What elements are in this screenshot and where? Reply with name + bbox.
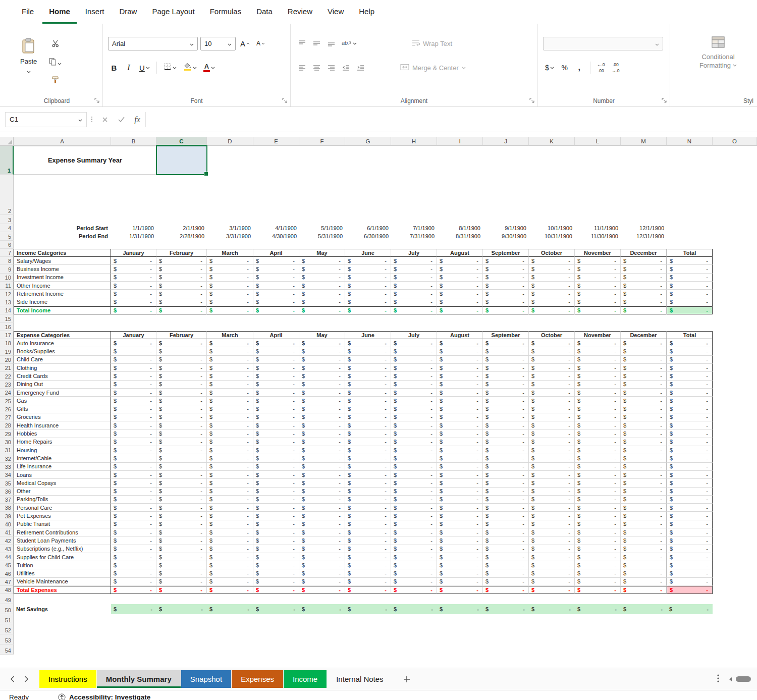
cell-L31[interactable]: $- xyxy=(575,446,621,454)
cell-H37[interactable]: $- xyxy=(391,496,437,504)
cell-A18[interactable]: Auto Insurance xyxy=(14,339,111,347)
cell-I27[interactable]: $- xyxy=(437,413,483,421)
cell-L26[interactable]: $- xyxy=(575,405,621,413)
cell-C49[interactable] xyxy=(156,594,207,604)
cell-O48[interactable] xyxy=(713,586,757,594)
cell-F9[interactable]: $- xyxy=(299,265,345,273)
cell-E4[interactable]: 4/1/1900 xyxy=(253,224,299,232)
cell-B6[interactable] xyxy=(111,241,156,249)
row-header-36[interactable]: 36 xyxy=(0,488,14,496)
cell-F3[interactable] xyxy=(299,215,345,224)
cell-E2[interactable] xyxy=(253,175,299,215)
column-header-C[interactable]: C xyxy=(156,137,207,146)
cell-D11[interactable]: $- xyxy=(207,282,253,290)
cell-A44[interactable]: Supplies for Child Care xyxy=(14,553,111,561)
cell-A5[interactable]: Period End xyxy=(14,232,111,240)
cell-M28[interactable]: $- xyxy=(621,421,667,429)
row-header-23[interactable]: 23 xyxy=(0,381,14,389)
cell-I20[interactable]: $- xyxy=(437,356,483,364)
cell-H9[interactable]: $- xyxy=(391,265,437,273)
cell-I40[interactable]: $- xyxy=(437,520,483,528)
cell-L1[interactable] xyxy=(575,146,621,175)
cell-M29[interactable]: $- xyxy=(621,429,667,438)
cell-H34[interactable]: $- xyxy=(391,471,437,479)
cell-H39[interactable]: $- xyxy=(391,512,437,520)
cell-O31[interactable] xyxy=(713,446,757,454)
cell-D42[interactable]: $- xyxy=(207,536,253,545)
cell-F31[interactable]: $- xyxy=(299,446,345,454)
cell-C41[interactable]: $- xyxy=(156,528,207,536)
cell-L27[interactable]: $- xyxy=(575,413,621,421)
cell-K53[interactable] xyxy=(529,634,575,644)
cell-O10[interactable] xyxy=(713,274,757,282)
cell-B12[interactable]: $- xyxy=(111,290,156,298)
cell-I22[interactable]: $- xyxy=(437,372,483,380)
cell-B13[interactable]: $- xyxy=(111,298,156,306)
cell-A43[interactable]: Subscriptions (e.g., Netflix) xyxy=(14,545,111,553)
row-header-32[interactable]: 32 xyxy=(0,454,14,462)
cell-O16[interactable] xyxy=(713,323,757,331)
cell-D5[interactable]: 3/31/1900 xyxy=(207,232,253,240)
column-header-F[interactable]: F xyxy=(299,137,345,146)
cell-M35[interactable]: $- xyxy=(621,479,667,487)
cell-A25[interactable]: Gas xyxy=(14,397,111,405)
cell-H7[interactable]: July xyxy=(391,249,437,257)
cell-B29[interactable]: $- xyxy=(111,429,156,438)
row-header-35[interactable]: 35 xyxy=(0,479,14,487)
cell-O33[interactable] xyxy=(713,463,757,471)
cell-M2[interactable] xyxy=(621,175,667,215)
cell-C10[interactable]: $- xyxy=(156,274,207,282)
cell-F2[interactable] xyxy=(299,175,345,215)
cell-I34[interactable]: $- xyxy=(437,471,483,479)
cell-F53[interactable] xyxy=(299,634,345,644)
cell-K3[interactable] xyxy=(529,215,575,224)
cell-E36[interactable]: $- xyxy=(253,488,299,496)
cell-J33[interactable]: $- xyxy=(483,463,529,471)
cell-D43[interactable]: $- xyxy=(207,545,253,553)
cell-K38[interactable]: $- xyxy=(529,504,575,512)
cell-M39[interactable]: $- xyxy=(621,512,667,520)
cell-H17[interactable]: July xyxy=(391,331,437,339)
cell-A6[interactable] xyxy=(14,241,111,249)
cell-A37[interactable]: Parking/Tolls xyxy=(14,496,111,504)
cell-N11[interactable]: $- xyxy=(667,282,713,290)
cell-A41[interactable]: Retirement Contributions xyxy=(14,528,111,536)
cell-K54[interactable] xyxy=(529,644,575,655)
cell-M7[interactable]: December xyxy=(621,249,667,257)
sheet-tab-income[interactable]: Income xyxy=(284,670,327,688)
cell-G25[interactable]: $- xyxy=(345,397,391,405)
cell-M5[interactable]: 12/31/1900 xyxy=(621,232,667,240)
cell-J19[interactable]: $- xyxy=(483,347,529,355)
sheet-tab-monthly-summary[interactable]: Monthly Summary xyxy=(97,670,181,688)
cell-I32[interactable]: $- xyxy=(437,454,483,462)
cell-D40[interactable]: $- xyxy=(207,520,253,528)
cell-A54[interactable] xyxy=(14,644,111,655)
italic-button[interactable]: I xyxy=(123,62,135,74)
cell-J6[interactable] xyxy=(483,241,529,249)
cell-J51[interactable] xyxy=(483,614,529,624)
cell-C24[interactable]: $- xyxy=(156,389,207,397)
cell-K33[interactable]: $- xyxy=(529,463,575,471)
cell-C32[interactable]: $- xyxy=(156,454,207,462)
cell-I47[interactable]: $- xyxy=(437,578,483,586)
cell-K6[interactable] xyxy=(529,241,575,249)
cell-K13[interactable]: $- xyxy=(529,298,575,306)
cell-C28[interactable]: $- xyxy=(156,421,207,429)
cell-D32[interactable]: $- xyxy=(207,454,253,462)
cell-D38[interactable]: $- xyxy=(207,504,253,512)
cell-J11[interactable]: $- xyxy=(483,282,529,290)
cell-O11[interactable] xyxy=(713,282,757,290)
cell-A50[interactable]: Net Savings xyxy=(14,604,111,614)
cell-E46[interactable]: $- xyxy=(253,569,299,577)
cell-E40[interactable]: $- xyxy=(253,520,299,528)
cell-C17[interactable]: February xyxy=(156,331,207,339)
menu-tab-view[interactable]: View xyxy=(321,0,350,24)
cell-D8[interactable]: $- xyxy=(207,257,253,265)
cell-C34[interactable]: $- xyxy=(156,471,207,479)
cell-I15[interactable] xyxy=(437,314,483,322)
cell-L8[interactable]: $- xyxy=(575,257,621,265)
cell-A27[interactable]: Groceries xyxy=(14,413,111,421)
cell-G3[interactable] xyxy=(345,215,391,224)
cell-B54[interactable] xyxy=(111,644,156,655)
cell-B46[interactable]: $- xyxy=(111,569,156,577)
